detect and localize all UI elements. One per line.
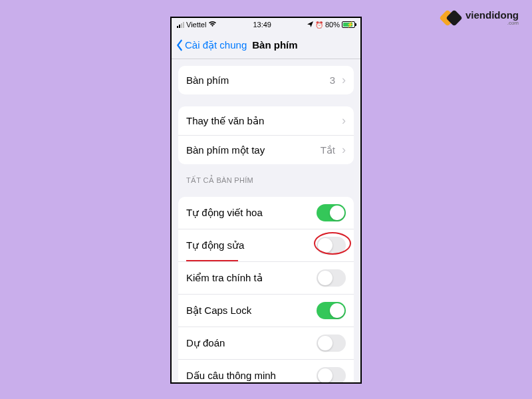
status-time: 13:49	[253, 21, 271, 29]
toggle-row: Tự động viết hoa	[178, 197, 354, 229]
row-label: Bàn phím	[186, 74, 229, 86]
toggle-row: Tự động sửa	[178, 229, 354, 262]
toggle-label: Bật Caps Lock	[186, 305, 251, 317]
nav-bar: Cài đặt chung Bàn phím	[172, 31, 360, 59]
chevron-right-icon: ›	[342, 73, 346, 87]
toggle-switch[interactable]	[317, 269, 346, 287]
group-keyboards: Bàn phím 3 ›	[178, 66, 354, 94]
toggle-switch[interactable]	[317, 334, 346, 352]
back-button[interactable]: Cài đặt chung	[176, 39, 247, 51]
alarm-icon: ⏰	[315, 21, 323, 29]
watermark-brand: viendidong	[466, 10, 519, 20]
row-label: Bàn phím một tay	[186, 144, 265, 156]
scroll-content[interactable]: Bàn phím 3 › Thay thế văn bản › Bàn phím…	[172, 59, 360, 382]
row-text-replacement[interactable]: Thay thế văn bản ›	[178, 106, 354, 136]
row-one-handed[interactable]: Bàn phím một tay Tắt ›	[178, 136, 354, 164]
toggle-row: Bật Caps Lock	[178, 295, 354, 327]
watermark-logo-icon	[442, 9, 462, 27]
signal-icon	[177, 22, 184, 28]
battery-icon: ⚡	[342, 21, 355, 28]
toggle-label: Dấu câu thông minh	[186, 370, 276, 382]
battery-pct: 80%	[325, 21, 340, 29]
toggle-label: Tự động viết hoa	[186, 207, 263, 219]
toggle-label: Kiểm tra chính tả	[186, 272, 263, 284]
watermark: viendidong .com	[442, 9, 519, 27]
watermark-tld: .com	[466, 20, 519, 26]
chevron-right-icon: ›	[342, 143, 346, 157]
back-label: Cài đặt chung	[185, 39, 247, 51]
toggle-row: Kiểm tra chính tả	[178, 262, 354, 295]
highlight-underline	[186, 260, 238, 261]
chevron-right-icon: ›	[342, 114, 346, 128]
row-keyboards[interactable]: Bàn phím 3 ›	[178, 66, 354, 94]
toggle-switch[interactable]	[317, 367, 346, 382]
row-value: 3	[330, 74, 335, 86]
toggle-label: Dự đoán	[186, 337, 225, 349]
row-label: Thay thế văn bản	[186, 115, 264, 127]
location-icon	[307, 21, 313, 29]
carrier-label: Viettel	[186, 21, 206, 29]
row-value: Tắt	[321, 144, 335, 156]
highlight-circle	[314, 232, 351, 255]
chevron-left-icon	[176, 39, 184, 51]
wifi-icon	[208, 21, 217, 29]
toggle-row: Dự đoán	[178, 327, 354, 360]
group-all-keyboards: Tự động viết hoaTự động sửaKiểm tra chín…	[178, 197, 354, 382]
page-title: Bàn phím	[252, 39, 297, 51]
toggle-label: Tự động sửa	[186, 239, 244, 251]
toggle-switch[interactable]	[317, 204, 346, 221]
status-bar: Viettel 13:49 ⏰ 80% ⚡	[172, 18, 360, 31]
toggle-switch[interactable]	[317, 302, 346, 319]
toggle-row: Dấu câu thông minh	[178, 360, 354, 382]
group-text-options: Thay thế văn bản › Bàn phím một tay Tắt …	[178, 106, 354, 164]
phone-frame: Viettel 13:49 ⏰ 80% ⚡ Cài đặt chung Bàn …	[170, 17, 362, 384]
section-header: TẤT CẢ BÀN PHÍM	[172, 176, 360, 189]
